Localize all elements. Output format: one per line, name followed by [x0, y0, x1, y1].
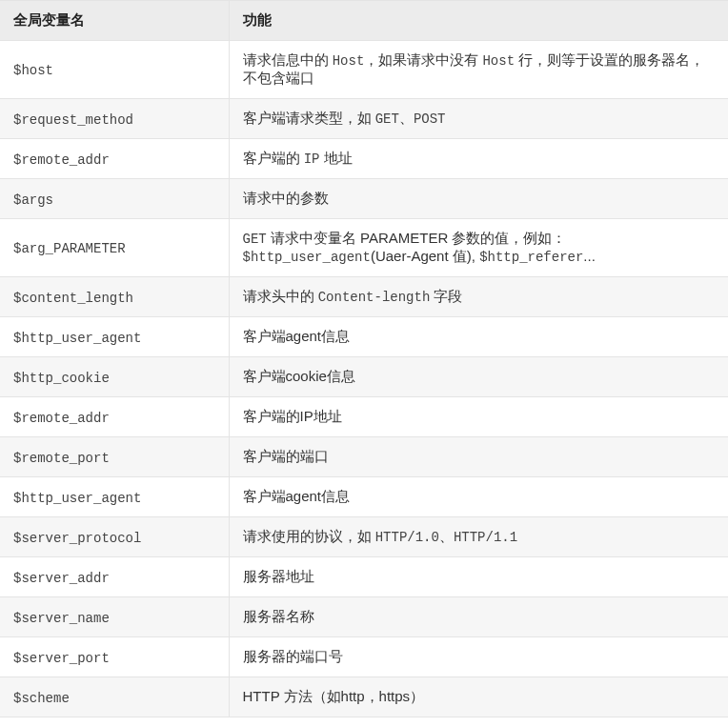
text-fragment: 客户端agent信息 — [243, 328, 351, 344]
table-row: $remote_addr客户端的IP地址 — [0, 397, 728, 437]
table-row: $args请求中的参数 — [0, 179, 728, 219]
variable-name: $request_method — [13, 112, 133, 128]
cell-function-desc: 客户端的 IP 地址 — [229, 139, 728, 179]
cell-function-desc: 客户端的IP地址 — [229, 397, 728, 437]
text-fragment: 地址 — [319, 150, 352, 166]
cell-function-desc: 请求信息中的 Host，如果请求中没有 Host 行，则等于设置的服务器名，不包… — [229, 41, 728, 99]
table-row: $http_user_agent客户端agent信息 — [0, 317, 728, 357]
cell-function-desc: 服务器地址 — [229, 557, 728, 597]
variable-name: $server_name — [13, 611, 110, 626]
cell-variable-name: $request_method — [0, 99, 229, 139]
variable-name: $arg_PARAMETER — [13, 241, 126, 256]
text-fragment: 客户端agent信息 — [243, 488, 351, 504]
cell-variable-name: $http_cookie — [0, 357, 229, 397]
cell-variable-name: $http_user_agent — [0, 477, 229, 517]
table-row: $content_length请求头中的 Content-length 字段 — [0, 277, 728, 317]
text-fragment: 服务器地址 — [243, 568, 314, 584]
text-fragment: 、 — [439, 528, 454, 544]
variable-name: $content_length — [13, 291, 133, 306]
text-fragment: 请求信息中的 — [243, 51, 333, 68]
code-fragment: HTTP/1.1 — [454, 530, 517, 545]
cell-function-desc: 客户端的端口 — [229, 437, 728, 477]
table-row: $arg_PARAMETERGET 请求中变量名 PARAMETER 参数的值，… — [0, 219, 728, 277]
cell-variable-name: $scheme — [0, 677, 229, 717]
cell-variable-name: $arg_PARAMETER — [0, 219, 229, 277]
cell-variable-name: $content_length — [0, 277, 229, 317]
header-variable-name: 全局变量名 — [0, 1, 229, 41]
cell-function-desc: 客户端cookie信息 — [229, 357, 728, 397]
cell-variable-name: $remote_port — [0, 437, 229, 477]
variable-name: $host — [13, 63, 53, 78]
code-fragment: Host — [482, 53, 515, 69]
text-fragment: 字段 — [430, 288, 462, 304]
text-fragment: 服务器名称 — [243, 608, 314, 624]
variable-name: $http_cookie — [13, 371, 110, 386]
text-fragment: 客户端的IP地址 — [243, 408, 342, 424]
cell-variable-name: $remote_addr — [0, 139, 229, 179]
cell-function-desc: 客户端agent信息 — [229, 477, 728, 517]
cell-variable-name: $server_port — [0, 637, 229, 677]
code-fragment: Host — [333, 53, 365, 69]
table-row: $server_port服务器的端口号 — [0, 637, 728, 677]
variable-name: $server_port — [13, 651, 110, 666]
code-fragment: HTTP/1.0 — [375, 530, 439, 545]
cell-variable-name: $server_protocol — [0, 517, 229, 557]
cell-function-desc: GET 请求中变量名 PARAMETER 参数的值，例如：$http_user_… — [229, 219, 728, 277]
nginx-vars-table: 全局变量名 功能 $host请求信息中的 Host，如果请求中没有 Host 行… — [0, 0, 728, 717]
text-fragment: (Uaer-Agent 值), — [371, 248, 479, 264]
text-fragment: 请求中的参数 — [243, 190, 329, 206]
variable-name: $server_protocol — [13, 531, 141, 546]
cell-variable-name: $host — [0, 41, 229, 99]
cell-variable-name: $http_user_agent — [0, 317, 229, 357]
variable-name: $scheme — [13, 691, 70, 706]
table-row: $request_method客户端请求类型，如 GET、POST — [0, 99, 728, 139]
table-row: $remote_addr客户端的 IP 地址 — [0, 139, 728, 179]
variable-name: $remote_port — [13, 451, 110, 466]
text-fragment: 客户端的 — [243, 150, 304, 166]
text-fragment: ... — [583, 248, 596, 264]
variable-name: $remote_addr — [13, 411, 110, 426]
table-header-row: 全局变量名 功能 — [0, 1, 728, 41]
variable-name: $server_addr — [13, 571, 110, 586]
cell-function-desc: 客户端agent信息 — [229, 317, 728, 357]
text-fragment: HTTP 方法（如http，https） — [243, 688, 425, 704]
text-fragment: ，如果请求中没有 — [364, 51, 482, 68]
cell-function-desc: 服务器的端口号 — [229, 637, 728, 677]
table-row: $remote_port客户端的端口 — [0, 437, 728, 477]
cell-function-desc: 客户端请求类型，如 GET、POST — [229, 99, 728, 139]
cell-variable-name: $remote_addr — [0, 397, 229, 437]
cell-function-desc: 请求使用的协议，如 HTTP/1.0、HTTP/1.1 — [229, 517, 728, 557]
cell-variable-name: $server_name — [0, 597, 229, 637]
table-row: $server_protocol请求使用的协议，如 HTTP/1.0、HTTP/… — [0, 517, 728, 557]
cell-variable-name: $server_addr — [0, 557, 229, 597]
cell-variable-name: $args — [0, 179, 229, 219]
table-row: $http_user_agent客户端agent信息 — [0, 477, 728, 517]
variable-name: $remote_addr — [13, 152, 110, 168]
cell-function-desc: 请求中的参数 — [229, 179, 728, 219]
text-fragment: 、 — [399, 110, 414, 126]
variable-name: $args — [13, 192, 53, 208]
table-row: $host请求信息中的 Host，如果请求中没有 Host 行，则等于设置的服务… — [0, 41, 728, 99]
code-fragment: POST — [414, 111, 446, 127]
text-fragment: 请求中变量名 PARAMETER 参数的值，例如： — [267, 230, 567, 246]
table-row: $schemeHTTP 方法（如http，https） — [0, 677, 728, 717]
text-fragment: 服务器的端口号 — [243, 648, 343, 664]
text-fragment: 请求头中的 — [243, 288, 318, 304]
text-fragment: 客户端的端口 — [243, 448, 329, 464]
cell-function-desc: 请求头中的 Content-length 字段 — [229, 277, 728, 317]
code-fragment: $http_user_agent — [243, 250, 371, 265]
text-fragment: 请求使用的协议，如 — [243, 528, 375, 544]
table-row: $server_name服务器名称 — [0, 597, 728, 637]
text-fragment: 客户端cookie信息 — [243, 368, 355, 384]
code-fragment: Content-length — [318, 290, 431, 305]
cell-function-desc: HTTP 方法（如http，https） — [229, 677, 728, 717]
text-fragment: 客户端请求类型，如 — [243, 110, 375, 126]
header-function: 功能 — [229, 1, 728, 41]
variable-name: $http_user_agent — [13, 491, 141, 506]
variable-name: $http_user_agent — [13, 331, 141, 346]
code-fragment: GET — [243, 232, 267, 247]
code-fragment: GET — [375, 111, 399, 127]
table-row: $http_cookie客户端cookie信息 — [0, 357, 728, 397]
table-row: $server_addr服务器地址 — [0, 557, 728, 597]
code-fragment: $http_referer — [479, 250, 583, 265]
